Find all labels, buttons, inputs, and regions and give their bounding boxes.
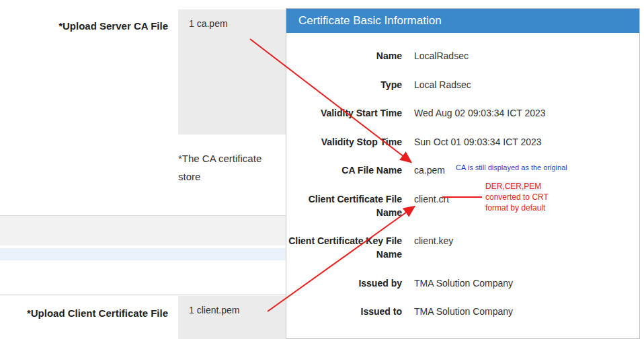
- info-label: Client Certificate File Name: [286, 192, 402, 219]
- ca-certificate-note: *The CA certificate store: [178, 149, 287, 186]
- info-label: Client Certificate Key File Name: [286, 234, 402, 261]
- info-label: Issued by: [286, 276, 402, 290]
- client-cert-upload-box[interactable]: 1 client.pem: [178, 296, 286, 339]
- info-label: Name: [286, 49, 402, 63]
- ca-note-line1: *The CA certificate: [178, 149, 287, 167]
- crt-note-line1: DER,CER,PEM: [485, 182, 541, 191]
- info-row-issued-by: Issued by TMA Solution Company: [286, 276, 639, 290]
- section-strip-blue: [0, 248, 287, 260]
- info-row-validity-start: Validity Start Time Wed Aug 02 09:03:34 …: [286, 106, 639, 120]
- info-row-client-cert-key: Client Certificate Key File Name client.…: [286, 234, 639, 261]
- certificate-info-panel: Certificate Basic Information Name Local…: [286, 8, 640, 339]
- server-ca-file-name: 1 ca.pem: [189, 18, 228, 29]
- info-label: Validity Stop Time: [286, 135, 402, 149]
- info-value: TMA Solution Company: [414, 305, 513, 318]
- info-label: Issued to: [286, 305, 402, 318]
- upload-server-ca-label: *Upload Server CA File: [0, 20, 168, 32]
- ca-note-line2: store: [178, 167, 287, 186]
- info-value: TMA Solution Company: [414, 276, 513, 290]
- panel-title: Certificate Basic Information: [286, 9, 639, 33]
- section-divider: [0, 295, 287, 295]
- info-row-type: Type Local Radsec: [286, 78, 639, 91]
- info-value: client.crt: [414, 192, 449, 206]
- info-row-issued-to: Issued to TMA Solution Company: [286, 305, 639, 318]
- certificate-upload-screen: *Upload Server CA File 1 ca.pem *The CA …: [0, 0, 644, 339]
- info-label: CA File Name: [286, 163, 402, 177]
- info-label: Validity Start Time: [286, 106, 402, 120]
- client-cert-file-name: 1 client.pem: [189, 305, 239, 315]
- info-row-name: Name LocalRadsec: [286, 49, 639, 63]
- info-row-client-cert-file: Client Certificate File Name client.crt: [286, 192, 639, 219]
- info-value: ca.pem: [414, 163, 445, 177]
- info-value: Wed Aug 02 09:03:34 ICT 2023: [414, 106, 546, 120]
- info-label: Type: [286, 78, 402, 91]
- ca-displayed-annotation: CA is still displayed as the original: [456, 163, 567, 172]
- crt-note-line3: format by default: [485, 202, 549, 213]
- section-strip-gray: [0, 215, 287, 246]
- crt-note-line2: converted to CRT: [485, 192, 549, 202]
- info-value: LocalRadsec: [414, 49, 469, 63]
- crt-conversion-annotation: DER,CER,PEM converted to CRT format by d…: [485, 181, 549, 213]
- info-value: Local Radsec: [414, 78, 471, 91]
- info-value: client.key: [414, 234, 453, 248]
- info-value: Sun Oct 01 09:03:34 ICT 2023: [414, 135, 542, 149]
- upload-client-cert-label: *Upload Client Certificate File: [0, 307, 168, 319]
- server-ca-upload-box[interactable]: 1 ca.pem: [178, 9, 286, 135]
- info-row-validity-stop: Validity Stop Time Sun Oct 01 09:03:34 I…: [286, 135, 639, 149]
